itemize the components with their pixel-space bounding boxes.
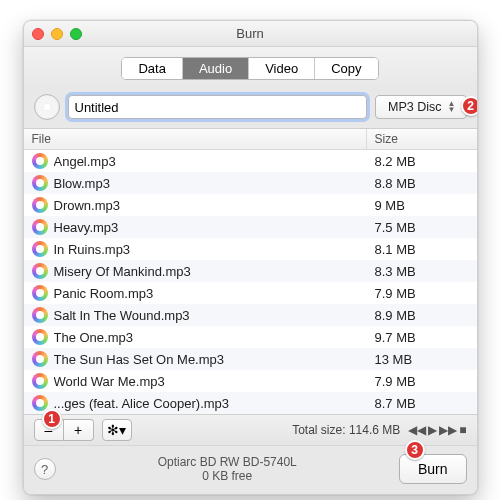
audio-file-icon: [32, 285, 48, 301]
toolbar: – + ✻▾ Total size: 114.6 MB ◀◀ ▶ ▶▶ ■ 1: [24, 414, 477, 445]
table-row[interactable]: Drown.mp39 MB: [24, 194, 477, 216]
tab-group: DataAudioVideoCopy: [121, 57, 378, 80]
remove-button[interactable]: –: [34, 419, 64, 441]
next-icon[interactable]: ▶▶: [439, 423, 457, 437]
file-size: 7.9 MB: [367, 286, 477, 301]
file-size: 8.7 MB: [367, 396, 477, 411]
close-icon[interactable]: [32, 28, 44, 40]
audio-file-icon: [32, 329, 48, 345]
file-size: 9 MB: [367, 198, 477, 213]
audio-file-icon: [32, 263, 48, 279]
audio-file-icon: [32, 307, 48, 323]
audio-file-icon: [32, 351, 48, 367]
chevron-updown-icon: ▲▼: [448, 101, 456, 113]
total-size: Total size: 114.6 MB: [292, 423, 400, 437]
file-name: Salt In The Wound.mp3: [54, 308, 367, 323]
file-size: 8.3 MB: [367, 264, 477, 279]
file-name: Misery Of Mankind.mp3: [54, 264, 367, 279]
burn-button[interactable]: Burn: [399, 454, 467, 484]
table-row[interactable]: The Sun Has Set On Me.mp313 MB: [24, 348, 477, 370]
add-remove-group: – +: [34, 419, 94, 441]
titlebar: Burn: [24, 21, 477, 47]
audio-file-icon: [32, 153, 48, 169]
bottom-bar: ? Optiarc BD RW BD-5740L 0 KB free Burn …: [24, 445, 477, 494]
tab-copy[interactable]: Copy: [315, 58, 377, 79]
drive-info: Optiarc BD RW BD-5740L 0 KB free: [66, 455, 389, 483]
table-row[interactable]: Heavy.mp37.5 MB: [24, 216, 477, 238]
file-name: Drown.mp3: [54, 198, 367, 213]
file-name: The One.mp3: [54, 330, 367, 345]
file-name: Panic Room.mp3: [54, 286, 367, 301]
media-controls: ◀◀ ▶ ▶▶ ■: [408, 423, 466, 437]
window-title: Burn: [24, 26, 477, 41]
file-name: ...ges (feat. Alice Cooper).mp3: [54, 396, 367, 411]
table-row[interactable]: Panic Room.mp37.9 MB: [24, 282, 477, 304]
play-icon[interactable]: ▶: [428, 423, 437, 437]
audio-file-icon: [32, 197, 48, 213]
file-name: The Sun Has Set On Me.mp3: [54, 352, 367, 367]
stop-icon[interactable]: ■: [459, 423, 466, 437]
table-row[interactable]: Blow.mp38.8 MB: [24, 172, 477, 194]
file-size: 8.1 MB: [367, 242, 477, 257]
mode-tabs: DataAudioVideoCopy: [24, 47, 477, 88]
file-size: 7.9 MB: [367, 374, 477, 389]
help-button[interactable]: ?: [34, 458, 56, 480]
gear-button[interactable]: ✻▾: [102, 419, 132, 441]
audio-file-icon: [32, 373, 48, 389]
table-row[interactable]: Misery Of Mankind.mp38.3 MB: [24, 260, 477, 282]
disc-type-select[interactable]: MP3 Disc ▲▼: [375, 95, 466, 119]
drive-name: Optiarc BD RW BD-5740L: [66, 455, 389, 469]
add-button[interactable]: +: [64, 419, 94, 441]
audio-file-icon: [32, 395, 48, 411]
table-row[interactable]: In Ruins.mp38.1 MB: [24, 238, 477, 260]
col-size[interactable]: Size: [367, 129, 477, 149]
disc-type-label: MP3 Disc: [388, 100, 441, 114]
table-row[interactable]: ...ges (feat. Alice Cooper).mp38.7 MB: [24, 392, 477, 414]
app-window: Burn DataAudioVideoCopy MP3 Disc ▲▼ 2 Fi…: [23, 20, 478, 495]
table-row[interactable]: World War Me.mp37.9 MB: [24, 370, 477, 392]
drive-free: 0 KB free: [66, 469, 389, 483]
file-size: 8.8 MB: [367, 176, 477, 191]
zoom-icon[interactable]: [70, 28, 82, 40]
file-size: 8.2 MB: [367, 154, 477, 169]
file-name: In Ruins.mp3: [54, 242, 367, 257]
file-name: Blow.mp3: [54, 176, 367, 191]
disc-bar: MP3 Disc ▲▼ 2: [24, 88, 477, 129]
audio-file-icon: [32, 219, 48, 235]
file-size: 13 MB: [367, 352, 477, 367]
table-body: Angel.mp38.2 MBBlow.mp38.8 MBDrown.mp39 …: [24, 150, 477, 414]
file-size: 7.5 MB: [367, 220, 477, 235]
file-size: 9.7 MB: [367, 330, 477, 345]
file-table: File Size Angel.mp38.2 MBBlow.mp38.8 MBD…: [24, 129, 477, 414]
audio-file-icon: [32, 175, 48, 191]
table-row[interactable]: Angel.mp38.2 MB: [24, 150, 477, 172]
table-header: File Size: [24, 129, 477, 150]
tab-audio[interactable]: Audio: [183, 58, 249, 79]
table-row[interactable]: Salt In The Wound.mp38.9 MB: [24, 304, 477, 326]
table-row[interactable]: The One.mp39.7 MB: [24, 326, 477, 348]
disc-icon: [34, 94, 60, 120]
tab-video[interactable]: Video: [249, 58, 315, 79]
window-controls: [32, 28, 82, 40]
file-size: 8.9 MB: [367, 308, 477, 323]
file-name: Heavy.mp3: [54, 220, 367, 235]
file-name: World War Me.mp3: [54, 374, 367, 389]
prev-icon[interactable]: ◀◀: [408, 423, 426, 437]
col-file[interactable]: File: [24, 129, 367, 149]
minimize-icon[interactable]: [51, 28, 63, 40]
file-name: Angel.mp3: [54, 154, 367, 169]
tab-data[interactable]: Data: [122, 58, 182, 79]
audio-file-icon: [32, 241, 48, 257]
disc-name-input[interactable]: [68, 95, 368, 119]
